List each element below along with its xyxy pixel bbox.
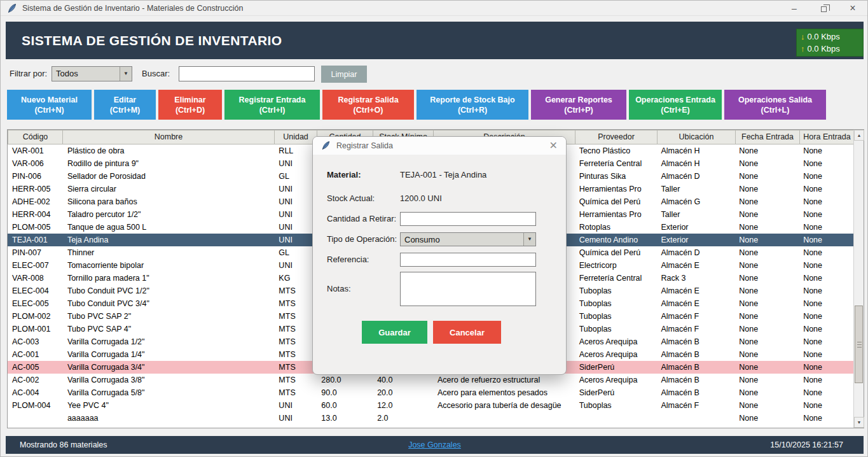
cantidad-input[interactable] xyxy=(400,212,536,226)
tipo-operacion-combobox[interactable]: Consumo ▼ xyxy=(400,232,536,246)
cancelar-button[interactable]: Cancelar xyxy=(433,321,501,344)
status-bar: Mostrando 86 materiales Jose Gonzales 15… xyxy=(6,436,864,454)
column-header[interactable]: Código xyxy=(8,130,63,144)
scrollbar-thumb[interactable] xyxy=(855,306,863,383)
table-cell: None xyxy=(799,183,853,195)
table-cell: UNI xyxy=(274,183,317,195)
table-cell: None xyxy=(734,246,799,259)
table-cell: Almacén B xyxy=(656,374,734,386)
vertical-scrollbar[interactable]: ▲ ▼ xyxy=(853,130,864,428)
table-cell: AC-003 xyxy=(8,335,63,348)
table-cell: None xyxy=(734,157,799,170)
table-cell: MTS xyxy=(274,335,317,348)
notas-textarea[interactable] xyxy=(400,272,536,306)
minimize-button[interactable]: – xyxy=(780,1,809,16)
feather-app-icon xyxy=(7,3,17,13)
toolbar-button-generar-reportes[interactable]: Generar Reportes(Ctrl+P) xyxy=(531,90,626,120)
notas-label: Notas: xyxy=(327,284,351,293)
table-cell: PLOM-005 xyxy=(8,221,63,234)
toolbar-button-registrar-entrada[interactable]: Registrar Entrada(Ctrl+I) xyxy=(224,90,320,120)
table-cell: None xyxy=(799,297,853,310)
tipo-operacion-label: Tipo de Operación: xyxy=(327,234,397,244)
column-header[interactable]: Fecha Entrada xyxy=(736,130,800,144)
close-button[interactable]: × xyxy=(838,1,867,16)
table-row[interactable]: PLOM-004Yee PVC 4"UNI60.012.0Accesorio p… xyxy=(8,399,853,412)
table-cell: None xyxy=(799,285,853,297)
table-cell: None xyxy=(799,335,853,348)
table-cell: PIN-007 xyxy=(8,246,63,259)
table-cell: Aceros Arequipa xyxy=(575,348,657,361)
filter-combobox[interactable]: Todos ▼ xyxy=(52,66,132,81)
dialog-titlebar: Registrar Salida ✕ xyxy=(313,137,566,155)
user-link[interactable]: Jose Gonzales xyxy=(408,436,461,454)
column-header[interactable]: Hora Entrada xyxy=(800,130,855,144)
table-cell: Almacén B xyxy=(656,386,734,399)
table-cell: HERR-005 xyxy=(8,183,63,195)
table-cell: None xyxy=(799,221,853,234)
table-cell: Varilla Corrugada 3/8" xyxy=(63,374,274,386)
toolbar-button-nuevo-material[interactable]: Nuevo Material(Ctrl+N) xyxy=(7,90,92,120)
table-cell: VAR-006 xyxy=(8,157,63,170)
table-cell: Almacén H xyxy=(656,144,734,157)
table-cell: UNI xyxy=(274,234,317,246)
column-header[interactable]: Ubicación xyxy=(658,130,736,144)
table-cell: None xyxy=(799,259,853,272)
table-cell: PLOM-002 xyxy=(8,310,63,323)
table-cell: Tubo PVC SAP 2" xyxy=(63,310,274,323)
table-cell: Herramientas Pro xyxy=(575,183,657,195)
table-cell: None xyxy=(734,285,799,297)
dialog-title: Registrar Salida xyxy=(336,137,393,155)
toolbar-button-registrar-salida[interactable]: Registrar Salida(Ctrl+O) xyxy=(322,90,414,120)
chevron-down-icon: ▼ xyxy=(120,67,132,81)
table-cell: Exterior xyxy=(656,221,734,234)
table-cell: MTS xyxy=(274,348,317,361)
search-input[interactable] xyxy=(179,66,315,81)
toolbar-button-editar[interactable]: Editar(Ctrl+M) xyxy=(94,90,156,120)
app-window: Sistema de Gestión de Inventario - Mater… xyxy=(0,0,868,457)
column-header[interactable]: Nombre xyxy=(63,130,275,144)
table-cell: Tubo Conduit PVC 1/2" xyxy=(63,285,274,297)
table-cell: KG xyxy=(274,272,317,285)
restore-button[interactable] xyxy=(809,1,838,16)
column-header[interactable]: Unidad xyxy=(275,130,317,144)
table-cell: Yee PVC 4" xyxy=(63,399,274,412)
table-cell: Tuboplas xyxy=(575,323,657,335)
table-cell: None xyxy=(734,412,799,425)
referencia-input[interactable] xyxy=(400,253,536,267)
table-cell: Tuboplas xyxy=(575,297,657,310)
table-cell: Pinturas Sika xyxy=(575,170,657,183)
table-cell: VAR-001 xyxy=(8,144,63,157)
toolbar-button-operaciones-entrada[interactable]: Operaciones Entrada(Ctrl+E) xyxy=(629,90,722,120)
column-header[interactable]: Proveedor xyxy=(575,130,658,144)
download-speed: 0.0 Kbps xyxy=(808,32,840,41)
table-cell: 40.0 xyxy=(373,374,433,386)
toolbar-button-operaciones-salida[interactable]: Operaciones Salida(Ctrl+L) xyxy=(724,90,826,120)
search-label: Buscar: xyxy=(142,64,170,83)
table-cell: Almacén F xyxy=(656,310,734,323)
table-cell: PLOM-001 xyxy=(8,323,63,335)
table-row[interactable]: aaaaaaaUNI13.02.0NoneNone xyxy=(8,412,853,425)
table-cell: Tubo Conduit PVC 3/4" xyxy=(63,297,274,310)
table-cell: MTS xyxy=(274,361,317,374)
table-cell: Tornillo para madera 1" xyxy=(63,272,274,285)
scroll-down-arrow-icon[interactable]: ▼ xyxy=(854,417,864,428)
table-cell: UNI xyxy=(274,412,317,425)
toolbar-button-eliminar[interactable]: Eliminar(Ctrl+D) xyxy=(158,90,222,120)
toolbar-button-reporte-stock-bajo[interactable]: Reporte de Stock Bajo(Ctrl+R) xyxy=(417,90,528,120)
table-cell: None xyxy=(734,170,799,183)
datetime-label: 15/10/2025 16:21:57 xyxy=(770,436,843,454)
table-cell: Ferretería Central xyxy=(575,157,657,170)
guardar-button[interactable]: Guardar xyxy=(362,321,427,344)
table-cell: AC-004 xyxy=(8,386,63,399)
dialog-close-icon[interactable]: ✕ xyxy=(549,137,558,155)
table-cell: Aceros Arequipa xyxy=(575,374,657,386)
table-cell: None xyxy=(734,386,799,399)
table-cell: SiderPerú xyxy=(575,386,657,399)
table-row[interactable]: AC-004Varilla Corrugada 5/8"MTS90.020.0A… xyxy=(8,386,853,399)
scroll-up-arrow-icon[interactable]: ▲ xyxy=(854,130,864,141)
table-cell: Tuboplas xyxy=(575,285,657,297)
clear-button[interactable]: Limpiar xyxy=(321,66,367,83)
table-cell: None xyxy=(799,195,853,208)
table-cell xyxy=(8,412,63,425)
table-row[interactable]: AC-002Varilla Corrugada 3/8"MTS280.040.0… xyxy=(8,374,853,386)
